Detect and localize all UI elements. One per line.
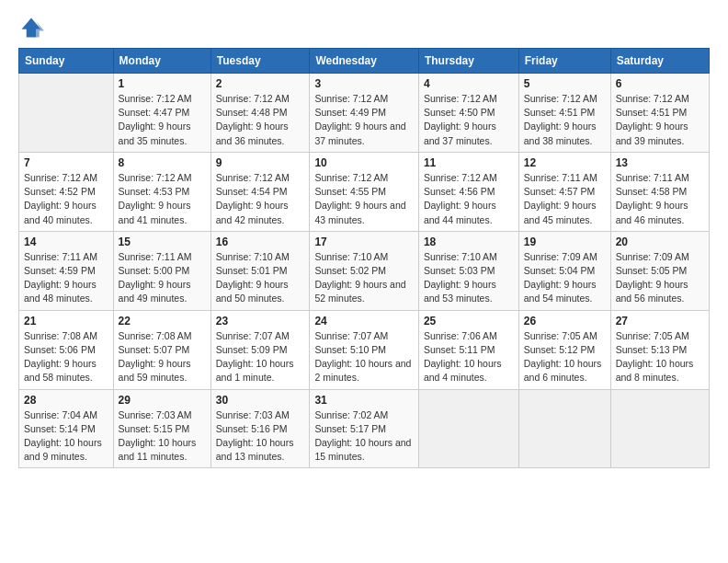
day-info: Sunrise: 7:12 AMSunset: 4:50 PMDaylight:… — [424, 92, 514, 148]
day-info: Sunrise: 7:11 AMSunset: 4:58 PMDaylight:… — [616, 171, 704, 227]
day-number: 8 — [119, 156, 206, 169]
day-number: 23 — [216, 315, 305, 327]
day-info: Sunrise: 7:09 AMSunset: 5:05 PMDaylight:… — [616, 250, 704, 306]
calendar-cell: 9Sunrise: 7:12 AMSunset: 4:54 PMDaylight… — [210, 152, 310, 231]
day-number: 4 — [424, 77, 514, 90]
day-info: Sunrise: 7:12 AMSunset: 4:54 PMDaylight:… — [216, 171, 305, 227]
day-number: 1 — [119, 77, 206, 90]
calendar-cell: 27Sunrise: 7:05 AMSunset: 5:13 PMDayligh… — [610, 310, 709, 389]
weekday-header-thursday: Thursday — [418, 49, 518, 74]
day-info: Sunrise: 7:11 AMSunset: 5:00 PMDaylight:… — [119, 250, 206, 306]
day-info: Sunrise: 7:09 AMSunset: 5:04 PMDaylight:… — [524, 250, 606, 306]
day-info: Sunrise: 7:06 AMSunset: 5:11 PMDaylight:… — [424, 329, 514, 385]
calendar-cell: 12Sunrise: 7:11 AMSunset: 4:57 PMDayligh… — [518, 152, 610, 231]
day-number: 20 — [616, 236, 704, 248]
calendar-cell: 21Sunrise: 7:08 AMSunset: 5:06 PMDayligh… — [19, 310, 114, 389]
day-number: 14 — [24, 236, 108, 248]
day-info: Sunrise: 7:02 AMSunset: 5:17 PMDaylight:… — [314, 408, 414, 465]
day-info: Sunrise: 7:07 AMSunset: 5:09 PMDaylight:… — [216, 329, 305, 385]
calendar-cell: 1Sunrise: 7:12 AMSunset: 4:47 PMDaylight… — [113, 74, 210, 153]
calendar-cell — [518, 389, 610, 468]
calendar-cell: 24Sunrise: 7:07 AMSunset: 5:10 PMDayligh… — [310, 310, 419, 389]
weekday-header-tuesday: Tuesday — [210, 49, 310, 74]
day-number: 2 — [216, 77, 305, 90]
day-number: 30 — [216, 394, 305, 407]
logo-icon — [18, 15, 44, 40]
day-info: Sunrise: 7:12 AMSunset: 4:49 PMDaylight:… — [314, 92, 414, 148]
day-info: Sunrise: 7:07 AMSunset: 5:10 PMDaylight:… — [314, 329, 414, 385]
logo — [18, 15, 48, 40]
day-number: 5 — [524, 77, 606, 90]
weekday-header-wednesday: Wednesday — [310, 49, 419, 74]
day-number: 3 — [314, 77, 414, 90]
calendar-cell: 6Sunrise: 7:12 AMSunset: 4:51 PMDaylight… — [610, 74, 709, 153]
calendar-cell — [19, 74, 114, 153]
day-info: Sunrise: 7:11 AMSunset: 4:57 PMDaylight:… — [524, 171, 606, 227]
day-info: Sunrise: 7:12 AMSunset: 4:55 PMDaylight:… — [314, 171, 414, 227]
day-info: Sunrise: 7:12 AMSunset: 4:51 PMDaylight:… — [616, 92, 704, 148]
day-info: Sunrise: 7:12 AMSunset: 4:52 PMDaylight:… — [24, 171, 108, 227]
calendar-cell: 8Sunrise: 7:12 AMSunset: 4:53 PMDaylight… — [113, 152, 210, 231]
calendar-cell: 31Sunrise: 7:02 AMSunset: 5:17 PMDayligh… — [310, 389, 419, 468]
calendar-cell: 11Sunrise: 7:12 AMSunset: 4:56 PMDayligh… — [418, 152, 518, 231]
calendar-cell: 14Sunrise: 7:11 AMSunset: 4:59 PMDayligh… — [19, 231, 114, 310]
day-info: Sunrise: 7:04 AMSunset: 5:14 PMDaylight:… — [24, 408, 108, 465]
calendar-cell: 19Sunrise: 7:09 AMSunset: 5:04 PMDayligh… — [518, 231, 610, 310]
calendar-cell: 25Sunrise: 7:06 AMSunset: 5:11 PMDayligh… — [418, 310, 518, 389]
day-info: Sunrise: 7:10 AMSunset: 5:03 PMDaylight:… — [424, 250, 514, 306]
day-info: Sunrise: 7:12 AMSunset: 4:53 PMDaylight:… — [119, 171, 206, 227]
day-number: 29 — [119, 394, 206, 407]
day-info: Sunrise: 7:12 AMSunset: 4:47 PMDaylight:… — [119, 92, 206, 148]
calendar-cell: 4Sunrise: 7:12 AMSunset: 4:50 PMDaylight… — [418, 74, 518, 153]
day-number: 24 — [314, 315, 414, 327]
calendar-cell: 3Sunrise: 7:12 AMSunset: 4:49 PMDaylight… — [310, 74, 419, 153]
day-number: 7 — [24, 156, 108, 169]
day-number: 12 — [524, 156, 606, 169]
calendar-cell — [610, 389, 709, 468]
calendar-cell: 26Sunrise: 7:05 AMSunset: 5:12 PMDayligh… — [518, 310, 610, 389]
calendar-cell: 2Sunrise: 7:12 AMSunset: 4:48 PMDaylight… — [210, 74, 310, 153]
day-number: 21 — [24, 315, 108, 327]
calendar-cell: 10Sunrise: 7:12 AMSunset: 4:55 PMDayligh… — [310, 152, 419, 231]
day-number: 19 — [524, 236, 606, 248]
day-number: 16 — [216, 236, 305, 248]
day-number: 17 — [314, 236, 414, 248]
weekday-header-friday: Friday — [518, 49, 610, 74]
day-number: 18 — [424, 236, 514, 248]
calendar-cell: 13Sunrise: 7:11 AMSunset: 4:58 PMDayligh… — [610, 152, 709, 231]
day-number: 9 — [216, 156, 305, 169]
day-number: 25 — [424, 315, 514, 327]
calendar-cell: 22Sunrise: 7:08 AMSunset: 5:07 PMDayligh… — [113, 310, 210, 389]
calendar-cell: 18Sunrise: 7:10 AMSunset: 5:03 PMDayligh… — [418, 231, 518, 310]
day-info: Sunrise: 7:12 AMSunset: 4:51 PMDaylight:… — [524, 92, 606, 148]
calendar-cell: 23Sunrise: 7:07 AMSunset: 5:09 PMDayligh… — [210, 310, 310, 389]
day-number: 6 — [616, 77, 704, 90]
day-info: Sunrise: 7:11 AMSunset: 4:59 PMDaylight:… — [24, 250, 108, 306]
calendar-cell: 29Sunrise: 7:03 AMSunset: 5:15 PMDayligh… — [113, 389, 210, 468]
day-info: Sunrise: 7:05 AMSunset: 5:13 PMDaylight:… — [616, 329, 704, 385]
day-info: Sunrise: 7:08 AMSunset: 5:06 PMDaylight:… — [24, 329, 108, 385]
weekday-header-saturday: Saturday — [610, 49, 709, 74]
day-number: 27 — [616, 315, 704, 327]
day-info: Sunrise: 7:10 AMSunset: 5:01 PMDaylight:… — [216, 250, 305, 306]
day-number: 15 — [119, 236, 206, 248]
calendar-cell: 16Sunrise: 7:10 AMSunset: 5:01 PMDayligh… — [210, 231, 310, 310]
page-header — [18, 15, 710, 40]
calendar-cell: 20Sunrise: 7:09 AMSunset: 5:05 PMDayligh… — [610, 231, 709, 310]
weekday-header-monday: Monday — [113, 49, 210, 74]
calendar-cell: 17Sunrise: 7:10 AMSunset: 5:02 PMDayligh… — [310, 231, 419, 310]
day-number: 22 — [119, 315, 206, 327]
calendar-cell: 5Sunrise: 7:12 AMSunset: 4:51 PMDaylight… — [518, 74, 610, 153]
day-info: Sunrise: 7:12 AMSunset: 4:48 PMDaylight:… — [216, 92, 305, 148]
day-number: 26 — [524, 315, 606, 327]
day-info: Sunrise: 7:03 AMSunset: 5:16 PMDaylight:… — [216, 408, 305, 465]
calendar-cell: 28Sunrise: 7:04 AMSunset: 5:14 PMDayligh… — [19, 389, 114, 468]
weekday-header-sunday: Sunday — [19, 49, 114, 74]
day-info: Sunrise: 7:03 AMSunset: 5:15 PMDaylight:… — [119, 408, 206, 465]
day-number: 13 — [616, 156, 704, 169]
day-number: 10 — [314, 156, 414, 169]
day-info: Sunrise: 7:08 AMSunset: 5:07 PMDaylight:… — [119, 329, 206, 385]
calendar: SundayMondayTuesdayWednesdayThursdayFrid… — [18, 48, 710, 468]
svg-marker-1 — [36, 21, 44, 38]
day-info: Sunrise: 7:05 AMSunset: 5:12 PMDaylight:… — [524, 329, 606, 385]
